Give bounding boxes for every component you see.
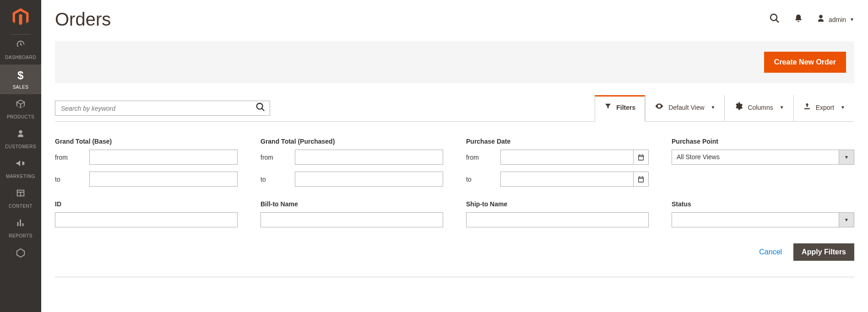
filter-purchase-date: Purchase Date from to: [466, 138, 649, 187]
purchase-date-from-input[interactable]: [500, 150, 634, 165]
nav-label: CONTENT: [9, 204, 33, 209]
status-select[interactable]: [672, 212, 839, 227]
nav-label: REPORTS: [9, 233, 33, 238]
gear-icon: [734, 102, 743, 113]
grand-total-base-to-input[interactable]: [89, 172, 238, 187]
filter-grand-total-purchased: Grand Total (Purchased) from to: [260, 138, 443, 187]
create-banner: Create New Order: [55, 41, 854, 83]
filter-label: Status: [672, 200, 854, 208]
svg-line-3: [262, 108, 265, 111]
nav-customers[interactable]: CUSTOMERS: [0, 124, 41, 154]
ship-to-name-input[interactable]: [466, 212, 649, 227]
page-title: Orders: [55, 9, 111, 30]
eye-icon: [655, 102, 664, 113]
filter-actions: Cancel Apply Filters: [55, 243, 854, 277]
filter-label: Ship-to Name: [466, 200, 649, 208]
admin-username: admin: [829, 16, 846, 23]
dashboard-icon: [16, 39, 26, 52]
nav-content[interactable]: CONTENT: [0, 183, 41, 213]
grand-total-purchased-to-input[interactable]: [295, 172, 443, 187]
search-submit-icon[interactable]: [255, 102, 266, 115]
id-input[interactable]: [55, 212, 238, 227]
sales-icon: $: [17, 69, 24, 82]
products-icon: [16, 99, 26, 112]
purchase-point-select[interactable]: All Store Views: [672, 150, 839, 165]
svg-point-2: [257, 103, 263, 109]
caret-down-icon: ▼: [711, 105, 716, 110]
caret-down-icon: ▼: [780, 105, 784, 110]
svg-line-1: [776, 20, 779, 22]
default-view-label: Default View: [668, 104, 704, 111]
columns-label: Columns: [748, 104, 773, 111]
from-label: from: [260, 154, 290, 161]
nav-products[interactable]: PRODUCTS: [0, 94, 41, 124]
filter-label: Purchase Point: [672, 138, 854, 145]
header-actions: admin ▼: [769, 13, 854, 27]
stores-icon: [16, 248, 26, 261]
filter-grid: Grand Total (Base) from to Grand Total (…: [55, 138, 854, 227]
to-label: to: [55, 176, 85, 183]
nav-sales[interactable]: $ SALES: [0, 65, 41, 94]
grand-total-base-from-input[interactable]: [89, 150, 238, 165]
funnel-icon: [604, 102, 612, 112]
export-icon: [803, 102, 811, 113]
search-input[interactable]: [55, 101, 270, 116]
notifications-icon[interactable]: [794, 14, 803, 26]
toolbar: Filters Default View ▼ Columns ▼: [55, 95, 854, 122]
columns-dropdown[interactable]: Columns ▼: [724, 95, 793, 121]
nav-label: SALES: [13, 85, 29, 90]
magento-logo[interactable]: [0, 0, 41, 34]
filter-status: Status ▼: [672, 200, 854, 227]
magento-logo-icon: [12, 8, 29, 27]
calendar-icon[interactable]: [634, 172, 649, 187]
user-icon: [817, 14, 825, 25]
to-label: to: [466, 176, 496, 183]
filter-label: Grand Total (Purchased): [260, 138, 443, 145]
customers-icon: [16, 129, 25, 141]
calendar-icon[interactable]: [634, 150, 649, 165]
page-header: Orders admin ▼: [55, 9, 854, 30]
nav-label: PRODUCTS: [7, 114, 34, 119]
select-caret-icon[interactable]: ▼: [839, 150, 854, 165]
to-label: to: [260, 176, 290, 183]
create-new-order-button[interactable]: Create New Order: [764, 52, 846, 73]
nav-label: DASHBOARD: [5, 55, 36, 60]
nav-dashboard[interactable]: DASHBOARD: [0, 35, 41, 65]
filters-tab[interactable]: Filters: [595, 95, 645, 122]
export-dropdown[interactable]: Export ▼: [793, 95, 854, 121]
filter-label: ID: [55, 200, 238, 208]
filter-label: Bill-to Name: [260, 200, 443, 208]
main-content: Orders admin ▼ Create New Order: [41, 0, 868, 312]
filters-label: Filters: [616, 104, 635, 111]
export-label: Export: [816, 104, 834, 111]
filter-label: Purchase Date: [466, 138, 649, 145]
search-box: [55, 101, 270, 116]
content-icon: [16, 188, 26, 201]
from-label: from: [466, 154, 496, 161]
grand-total-purchased-from-input[interactable]: [295, 150, 443, 165]
apply-filters-button[interactable]: Apply Filters: [793, 243, 854, 261]
select-caret-icon[interactable]: ▼: [839, 212, 854, 227]
search-icon[interactable]: [769, 13, 780, 27]
admin-account-dropdown[interactable]: admin ▼: [817, 14, 854, 25]
sidebar: DASHBOARD $ SALES PRODUCTS CUSTOMERS MAR…: [0, 0, 41, 312]
nav-label: CUSTOMERS: [5, 144, 36, 149]
bill-to-name-input[interactable]: [260, 212, 443, 227]
filter-label: Grand Total (Base): [55, 138, 238, 145]
nav-stores[interactable]: [0, 243, 41, 266]
purchase-date-to-input[interactable]: [500, 172, 634, 187]
marketing-icon: [16, 158, 26, 171]
default-view-dropdown[interactable]: Default View ▼: [645, 95, 724, 121]
caret-down-icon: ▼: [841, 105, 845, 110]
caret-down-icon: ▼: [850, 17, 854, 22]
filter-purchase-point: Purchase Point All Store Views ▼: [672, 138, 854, 187]
cancel-button[interactable]: Cancel: [759, 248, 782, 256]
filter-ship-to-name: Ship-to Name: [466, 200, 649, 227]
filter-bill-to-name: Bill-to Name: [260, 200, 443, 227]
toolbar-actions: Filters Default View ▼ Columns ▼: [595, 95, 854, 121]
nav-marketing[interactable]: MARKETING: [0, 154, 41, 183]
nav-label: MARKETING: [6, 174, 35, 179]
svg-point-0: [770, 14, 777, 21]
nav-reports[interactable]: REPORTS: [0, 213, 41, 243]
filter-id: ID: [55, 200, 238, 227]
